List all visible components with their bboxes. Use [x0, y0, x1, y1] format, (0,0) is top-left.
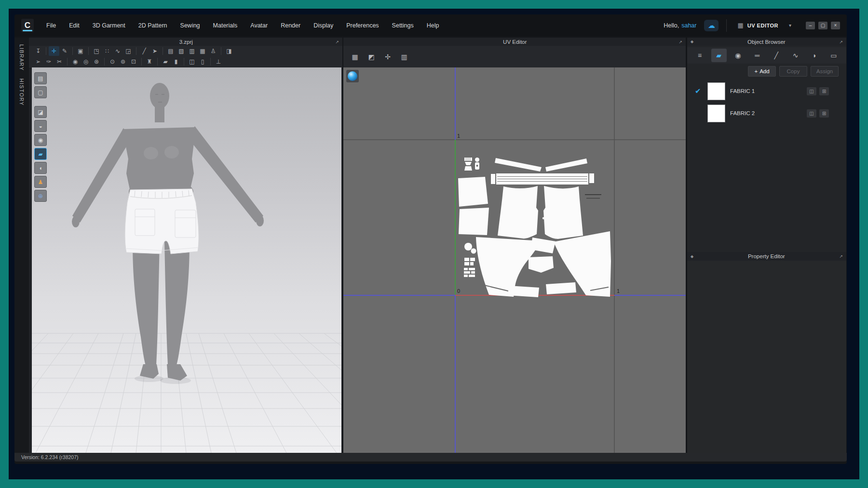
assign-fabric-button[interactable]: Assign: [811, 66, 839, 77]
menu-settings[interactable]: Settings: [392, 22, 414, 29]
restore-button[interactable]: ▢: [818, 22, 827, 29]
popout-icon[interactable]: ↗: [335, 40, 339, 44]
show-avatar-eye-icon[interactable]: ◉: [34, 134, 47, 146]
fabric-swatch[interactable]: [707, 105, 725, 122]
button-tool-icon[interactable]: ◉: [70, 57, 81, 66]
user-name[interactable]: sahar: [681, 22, 696, 29]
avatar-tape-icon[interactable]: ♜: [144, 57, 155, 66]
drag-tool-icon[interactable]: ➤: [149, 46, 160, 56]
trim-tab-icon[interactable]: ◗: [807, 49, 822, 62]
zipper-tool-icon[interactable]: ⊚: [118, 57, 128, 66]
menu-edit[interactable]: Edit: [69, 22, 80, 29]
save-fabric-icon[interactable]: ⊞: [819, 109, 829, 118]
menu-3d-garment[interactable]: 3D Garment: [93, 22, 125, 29]
menu-materials[interactable]: Materials: [213, 22, 238, 29]
show-environment-icon[interactable]: ⊕: [34, 190, 47, 202]
viewport-display-toolbar: ▤▢◪◒◉▰◖♟⊕: [34, 72, 47, 202]
cloud-icon: ☁: [708, 21, 715, 30]
popout-icon[interactable]: ↗: [678, 40, 682, 44]
popout-icon[interactable]: ↗: [839, 254, 843, 259]
show-fabric-icon[interactable]: ▰: [34, 148, 47, 160]
button-fastening-icon[interactable]: ⊛: [91, 57, 102, 66]
fabric-strip-icon[interactable]: ▯: [197, 57, 208, 66]
fabric-sphere-chip[interactable]: [346, 70, 359, 82]
floor-grid: [32, 333, 341, 453]
fabric-row[interactable]: ✔FABRIC 1◫⊞: [687, 80, 846, 102]
topstitch-tab-icon[interactable]: ╱: [769, 49, 784, 62]
menu-file[interactable]: File: [46, 22, 56, 29]
mode-switcher[interactable]: ▦ UV EDITOR ▾: [733, 20, 795, 30]
vest-display-icon[interactable]: ▥: [187, 46, 197, 56]
texture-editor-icon[interactable]: ▰: [160, 57, 171, 66]
sewing-pen-icon[interactable]: ✑: [43, 57, 54, 66]
close-button[interactable]: ×: [831, 22, 840, 29]
avatar-display-icon[interactable]: ♙: [208, 46, 218, 56]
menu-preferences[interactable]: Preferences: [346, 22, 379, 29]
popout-icon[interactable]: ↗: [839, 40, 843, 44]
menu-2d-pattern[interactable]: 2D Pattern: [138, 22, 167, 29]
trim-tool-icon[interactable]: ⊡: [128, 57, 139, 66]
show-avatar-mesh-icon[interactable]: ♟: [34, 176, 47, 188]
uv-snapshot-icon[interactable]: ▦: [348, 51, 362, 63]
button-tab-icon[interactable]: ◉: [730, 49, 746, 62]
select-pen-tool-icon[interactable]: ✎: [59, 46, 70, 56]
toolbar-separator: [136, 47, 136, 55]
minimize-button[interactable]: –: [806, 22, 815, 29]
show-seamlines-icon[interactable]: ◒: [34, 120, 47, 132]
select-move-tool-icon[interactable]: ✛: [49, 46, 59, 56]
arrange-uv-pieces-icon[interactable]: ▥: [397, 51, 411, 63]
uv-canvas[interactable]: 1 0 1: [343, 67, 686, 453]
simulate-tool-icon[interactable]: ▣: [75, 46, 86, 56]
sewing-curve-icon[interactable]: ∿: [112, 46, 123, 56]
status-bar: Version: 6.2.234 (r38207): [14, 453, 847, 462]
fold-arrangement-icon[interactable]: ◳: [91, 46, 102, 56]
left-arm: [72, 128, 131, 223]
show-wireframe-icon[interactable]: ▢: [34, 86, 47, 98]
copy-fabric-button[interactable]: Copy: [779, 66, 807, 77]
tack-points-icon[interactable]: ∷: [102, 46, 112, 56]
menu-render[interactable]: Render: [281, 22, 300, 29]
seam-cut-icon[interactable]: ✂: [54, 57, 65, 66]
shirt-pair-icon[interactable]: ▦: [197, 46, 208, 56]
scene-tab-icon[interactable]: ≡: [692, 49, 707, 62]
jacket-display-icon[interactable]: ▧: [176, 46, 187, 56]
reset-uv-arrangement-icon[interactable]: ✢: [381, 51, 394, 63]
menu-avatar[interactable]: Avatar: [250, 22, 268, 29]
fabric-row[interactable]: FABRIC 2◫⊞: [687, 102, 846, 124]
fabric-swatch[interactable]: [707, 82, 725, 100]
buttonhole-tool-icon[interactable]: ◎: [81, 57, 91, 66]
cloud-sync-button[interactable]: ☁: [704, 20, 719, 31]
pin-tool-icon[interactable]: ╱: [139, 46, 149, 56]
puckering-tab-icon[interactable]: ∿: [788, 49, 803, 62]
show-shadow-icon[interactable]: ◖: [34, 162, 47, 174]
gradient-swatch-icon[interactable]: ▮: [171, 57, 181, 66]
flip-fold-icon[interactable]: ◲: [123, 46, 134, 56]
object-browser-title: Object Browser: [693, 39, 839, 45]
fabric-tab-icon[interactable]: ▰: [711, 49, 727, 62]
gizmo-drop-tool-icon[interactable]: ↧: [33, 46, 43, 56]
menu-help[interactable]: Help: [427, 22, 439, 29]
object-browser-actions: +AddCopyAssign: [687, 66, 846, 77]
menu-sewing[interactable]: Sewing: [180, 22, 200, 29]
sidebar-tab-library[interactable]: LIBRARY: [19, 44, 25, 71]
clo-logo[interactable]: C: [21, 19, 34, 32]
copy-fabric-icon[interactable]: ◫: [807, 87, 816, 95]
menu-display[interactable]: Display: [313, 22, 333, 29]
arrange-on-avatar-icon[interactable]: ◨: [224, 46, 234, 56]
project-tab[interactable]: 3.zprj: [37, 39, 335, 45]
select-strip-icon[interactable]: ➢: [33, 57, 43, 66]
zipper-tab-icon[interactable]: ═: [749, 49, 765, 62]
grading-icon[interactable]: ⊙: [107, 57, 118, 66]
save-fabric-icon[interactable]: ⊞: [819, 87, 829, 95]
pin-vertical-icon[interactable]: ⊥: [213, 57, 224, 66]
sidebar-tab-history[interactable]: HISTORY: [19, 79, 25, 106]
page-flip-icon[interactable]: ▤: [165, 46, 176, 56]
label-tab-icon[interactable]: ▭: [826, 49, 841, 62]
copy-fabric-icon[interactable]: ◫: [807, 109, 816, 118]
show-garment-icon[interactable]: ◪: [34, 106, 47, 118]
show-thickness-icon[interactable]: ▤: [34, 72, 47, 84]
uv-grid-swatch-icon[interactable]: ◫: [187, 57, 197, 66]
texture-baking-icon[interactable]: ◩: [365, 51, 378, 63]
garment-3d-viewport[interactable]: ▤▢◪◒◉▰◖♟⊕: [32, 67, 341, 453]
add-fabric-button[interactable]: +Add: [748, 66, 776, 77]
